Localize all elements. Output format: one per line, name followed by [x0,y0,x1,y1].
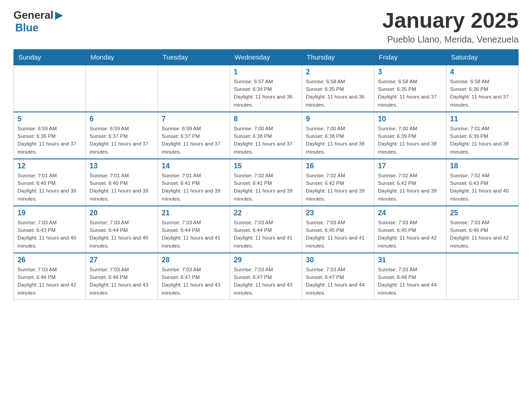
calendar-week-row: 19Sunrise: 7:03 AMSunset: 6:43 PMDayligh… [14,206,519,253]
day-info: Sunrise: 7:03 AMSunset: 6:46 PMDaylight:… [17,266,82,297]
day-number: 31 [378,256,442,264]
calendar-cell: 27Sunrise: 7:03 AMSunset: 6:46 PMDayligh… [86,253,158,300]
day-info: Sunrise: 6:57 AMSunset: 6:34 PMDaylight:… [234,78,298,109]
day-info: Sunrise: 7:01 AMSunset: 6:40 PMDaylight:… [17,172,82,203]
calendar-cell: 25Sunrise: 7:03 AMSunset: 6:46 PMDayligh… [446,206,519,253]
column-header-monday: Monday [86,49,158,65]
calendar-cell: 10Sunrise: 7:00 AMSunset: 6:39 PMDayligh… [374,112,446,159]
day-info: Sunrise: 7:01 AMSunset: 6:41 PMDaylight:… [162,172,226,203]
calendar-cell: 21Sunrise: 7:03 AMSunset: 6:44 PMDayligh… [158,206,230,253]
day-number: 16 [306,162,370,170]
calendar-cell: 2Sunrise: 6:58 AMSunset: 6:35 PMDaylight… [302,65,374,112]
day-info: Sunrise: 6:58 AMSunset: 6:35 PMDaylight:… [378,78,442,109]
column-header-thursday: Thursday [302,49,374,65]
day-number: 2 [306,68,370,76]
day-number: 15 [234,162,298,170]
page-header: General Blue January 2025 Pueblo Llano, … [13,9,519,45]
day-info: Sunrise: 7:02 AMSunset: 6:41 PMDaylight:… [234,172,298,203]
calendar-cell: 29Sunrise: 7:03 AMSunset: 6:47 PMDayligh… [230,253,302,300]
day-info: Sunrise: 6:58 AMSunset: 6:36 PMDaylight:… [450,78,515,109]
day-number: 12 [17,162,82,170]
day-number: 27 [90,256,154,264]
calendar-header-row: SundayMondayTuesdayWednesdayThursdayFrid… [14,49,519,65]
calendar-cell: 1Sunrise: 6:57 AMSunset: 6:34 PMDaylight… [230,65,302,112]
calendar-cell: 9Sunrise: 7:00 AMSunset: 6:38 PMDaylight… [302,112,374,159]
column-header-sunday: Sunday [14,49,86,65]
day-info: Sunrise: 7:03 AMSunset: 6:47 PMDaylight:… [162,266,226,297]
day-info: Sunrise: 7:03 AMSunset: 6:43 PMDaylight:… [17,219,82,250]
day-info: Sunrise: 7:01 AMSunset: 6:39 PMDaylight:… [450,125,515,156]
calendar-week-row: 1Sunrise: 6:57 AMSunset: 6:34 PMDaylight… [14,65,519,112]
day-number: 10 [378,115,442,123]
calendar-cell: 20Sunrise: 7:03 AMSunset: 6:44 PMDayligh… [86,206,158,253]
month-title: January 2025 [382,9,519,33]
calendar-table: SundayMondayTuesdayWednesdayThursdayFrid… [13,49,519,300]
calendar-week-row: 5Sunrise: 6:59 AMSunset: 6:36 PMDaylight… [14,112,519,159]
day-info: Sunrise: 6:59 AMSunset: 6:37 PMDaylight:… [90,125,154,156]
day-number: 24 [378,209,442,217]
calendar-week-row: 26Sunrise: 7:03 AMSunset: 6:46 PMDayligh… [14,253,519,300]
day-number: 5 [17,115,82,123]
calendar-cell: 28Sunrise: 7:03 AMSunset: 6:47 PMDayligh… [158,253,230,300]
day-info: Sunrise: 7:00 AMSunset: 6:39 PMDaylight:… [378,125,442,156]
logo: General Blue [13,9,64,34]
calendar-cell: 5Sunrise: 6:59 AMSunset: 6:36 PMDaylight… [14,112,86,159]
svg-marker-0 [55,12,63,20]
day-number: 11 [450,115,515,123]
day-number: 14 [162,162,226,170]
day-number: 28 [162,256,226,264]
day-info: Sunrise: 6:59 AMSunset: 6:37 PMDaylight:… [162,125,226,156]
day-info: Sunrise: 7:00 AMSunset: 6:38 PMDaylight:… [234,125,298,156]
calendar-cell: 24Sunrise: 7:03 AMSunset: 6:45 PMDayligh… [374,206,446,253]
day-number: 29 [234,256,298,264]
calendar-cell: 3Sunrise: 6:58 AMSunset: 6:35 PMDaylight… [374,65,446,112]
calendar-cell: 19Sunrise: 7:03 AMSunset: 6:43 PMDayligh… [14,206,86,253]
day-info: Sunrise: 7:00 AMSunset: 6:38 PMDaylight:… [306,125,370,156]
day-info: Sunrise: 6:58 AMSunset: 6:35 PMDaylight:… [306,78,370,109]
day-info: Sunrise: 7:02 AMSunset: 6:43 PMDaylight:… [450,172,515,203]
calendar-cell: 6Sunrise: 6:59 AMSunset: 6:37 PMDaylight… [86,112,158,159]
column-header-friday: Friday [374,49,446,65]
day-info: Sunrise: 7:02 AMSunset: 6:42 PMDaylight:… [306,172,370,203]
calendar-cell: 18Sunrise: 7:02 AMSunset: 6:43 PMDayligh… [446,159,519,206]
day-number: 4 [450,68,515,76]
calendar-cell: 31Sunrise: 7:03 AMSunset: 6:48 PMDayligh… [374,253,446,300]
day-number: 26 [17,256,82,264]
calendar-cell [158,65,230,112]
day-info: Sunrise: 7:03 AMSunset: 6:47 PMDaylight:… [306,266,370,297]
calendar-cell: 14Sunrise: 7:01 AMSunset: 6:41 PMDayligh… [158,159,230,206]
calendar-cell: 12Sunrise: 7:01 AMSunset: 6:40 PMDayligh… [14,159,86,206]
day-number: 19 [17,209,82,217]
calendar-cell: 11Sunrise: 7:01 AMSunset: 6:39 PMDayligh… [446,112,519,159]
calendar-cell: 7Sunrise: 6:59 AMSunset: 6:37 PMDaylight… [158,112,230,159]
calendar-cell [86,65,158,112]
day-info: Sunrise: 6:59 AMSunset: 6:36 PMDaylight:… [17,125,82,156]
title-section: January 2025 Pueblo Llano, Merida, Venez… [382,9,519,45]
day-number: 21 [162,209,226,217]
calendar-cell: 15Sunrise: 7:02 AMSunset: 6:41 PMDayligh… [230,159,302,206]
day-number: 18 [450,162,515,170]
day-number: 9 [306,115,370,123]
day-info: Sunrise: 7:03 AMSunset: 6:44 PMDaylight:… [234,219,298,250]
calendar-cell [14,65,86,112]
day-number: 20 [90,209,154,217]
logo-arrow-icon [54,11,64,21]
calendar-cell: 30Sunrise: 7:03 AMSunset: 6:47 PMDayligh… [302,253,374,300]
day-number: 25 [450,209,515,217]
day-number: 8 [234,115,298,123]
day-number: 3 [378,68,442,76]
day-number: 23 [306,209,370,217]
day-info: Sunrise: 7:03 AMSunset: 6:45 PMDaylight:… [378,219,442,250]
day-number: 30 [306,256,370,264]
day-info: Sunrise: 7:03 AMSunset: 6:47 PMDaylight:… [234,266,298,297]
day-info: Sunrise: 7:03 AMSunset: 6:44 PMDaylight:… [162,219,226,250]
day-info: Sunrise: 7:02 AMSunset: 6:42 PMDaylight:… [378,172,442,203]
day-number: 7 [162,115,226,123]
calendar-cell: 26Sunrise: 7:03 AMSunset: 6:46 PMDayligh… [14,253,86,300]
calendar-cell: 16Sunrise: 7:02 AMSunset: 6:42 PMDayligh… [302,159,374,206]
column-header-wednesday: Wednesday [230,49,302,65]
location: Pueblo Llano, Merida, Venezuela [382,34,519,45]
calendar-cell: 4Sunrise: 6:58 AMSunset: 6:36 PMDaylight… [446,65,519,112]
day-number: 1 [234,68,298,76]
day-number: 6 [90,115,154,123]
